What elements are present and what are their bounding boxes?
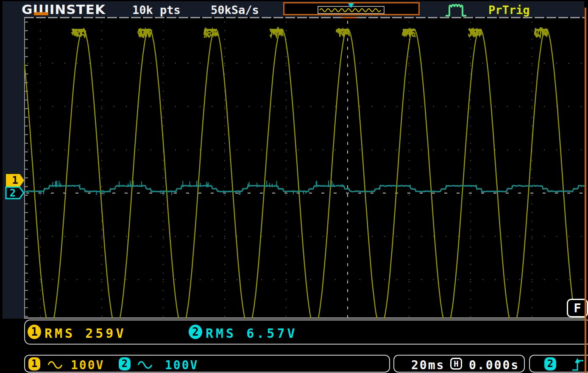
sample-rate-readout: 50kSa/s (211, 3, 259, 17)
left-margin-panel (3, 1, 24, 319)
brand-logo: GШINSTEK (22, 2, 106, 17)
ch2-coupling-icon (137, 361, 153, 369)
waveform-display (24, 18, 585, 319)
pulse-trigger-icon (444, 3, 468, 17)
ch1-measure-badge: 1 (28, 325, 41, 339)
ch2-status-badge: 2 (119, 357, 131, 370)
trigger-status-box: 2 (529, 355, 588, 373)
trigger-status-readout: PrTrig (488, 3, 530, 17)
ch2-rms-readout: RMS 6.57V (206, 326, 298, 341)
ch1-rms-readout: RMS 259V (45, 326, 126, 341)
channel-status-box: 1 100V 2 100V (24, 355, 390, 373)
trigger-source-badge: 2 (544, 357, 556, 370)
measurement-bar: 1 RMS 259V 2 RMS 6.57V (24, 320, 588, 345)
timebase-scale-readout: 20ms (411, 358, 445, 372)
horizontal-icon: H (450, 358, 462, 370)
memory-position-bar (283, 2, 420, 15)
logo-rest: INSTEK (50, 2, 106, 17)
logo-g: G (22, 2, 33, 17)
logo-w: Ш (33, 2, 49, 17)
memory-trigger-marker-icon (348, 3, 354, 8)
timebase-offset-readout: 0.000s (469, 358, 519, 372)
ch2-measure-badge: 2 (189, 325, 202, 339)
ch1-status-badge: 1 (28, 357, 40, 370)
ch1-coupling-icon (47, 361, 63, 369)
rising-edge-icon (571, 357, 584, 372)
ch2-ground-marker: 2 (5, 186, 25, 199)
ch1-scale-readout: 100V (71, 358, 104, 372)
ch2-scale-readout: 100V (165, 358, 198, 372)
record-length-readout: 10k pts (132, 3, 181, 17)
svg-text:2: 2 (10, 187, 16, 199)
timebase-status-box: 20ms H 0.000s (393, 355, 525, 373)
logo-orange-underline (34, 12, 48, 15)
menu-edge-line (585, 8, 586, 373)
